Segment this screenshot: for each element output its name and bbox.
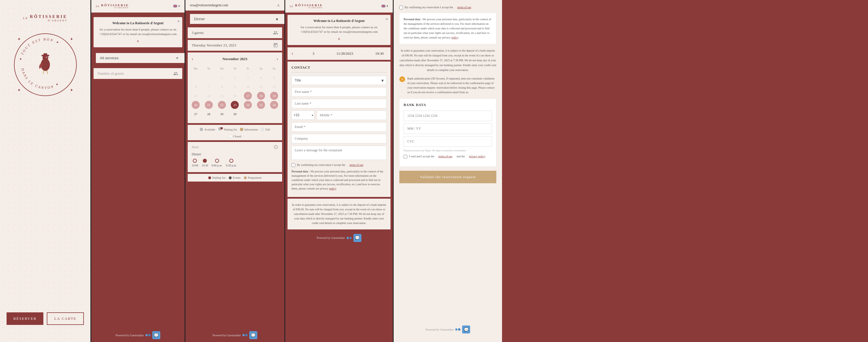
- cal-day-25[interactable]: 25: [257, 101, 265, 109]
- language-selector[interactable]: 🇬🇧 ▾: [173, 4, 180, 8]
- cal-day-19[interactable]: 19: [270, 92, 278, 100]
- legend-waiting-label: Waiting list: [224, 128, 237, 131]
- svg-point-5: [42, 55, 48, 61]
- bank-terms-link1[interactable]: terms of use: [457, 6, 471, 9]
- full-dot: [261, 128, 264, 131]
- email-field[interactable]: [291, 122, 386, 132]
- welcome-body: for a reservation for more than 6 people…: [98, 27, 178, 36]
- terms-checkbox[interactable]: [291, 163, 295, 167]
- info-close-button[interactable]: ✕: [177, 20, 180, 24]
- bank-privacy-link2[interactable]: privacy policy: [469, 155, 485, 158]
- country-code-dropdown[interactable]: +33: [291, 111, 314, 120]
- timeslot-circle-1900: [193, 159, 197, 163]
- bank-terms-checkbox[interactable]: [399, 6, 403, 9]
- legend-full: Full: [261, 127, 270, 132]
- panel-booking1: LA RÔTISSERIE D'ARGENT 🇬🇧 ▾ ✕ Welcome to…: [91, 0, 185, 342]
- booking1-header: LA RÔTISSERIE D'ARGENT 🇬🇧 ▾: [91, 0, 185, 12]
- cal-day-22[interactable]: 22: [218, 101, 226, 109]
- chevron-down-icon: ▾: [178, 4, 180, 8]
- timeslot-1900[interactable]: 19:00: [192, 159, 198, 167]
- powered-by-4: Powered by Guestonline 💬: [399, 322, 496, 336]
- expiry-field[interactable]: [404, 124, 492, 134]
- welcome-info-box: ✕ Welcome to La Rotisserie d'Argent for …: [94, 17, 182, 47]
- services-dropdown[interactable]: All services: [96, 53, 185, 63]
- contact-welcome-title: Welcome to La Rotisserie d'Argent: [292, 19, 386, 23]
- calendar-icon: [273, 43, 278, 48]
- cal-day: 13: [192, 92, 200, 100]
- bank-guarantee-section: In order to guarantee your reservation, …: [399, 48, 496, 72]
- bank-personal-data-box: Personal data : We process your personal…: [399, 13, 496, 44]
- panel-landing: LA RÔTISSERIE D'ARGENT ✦ TOUT EST BON ✦ …: [0, 0, 91, 342]
- hour-label-row: Hour: [192, 145, 278, 149]
- timeslot-2130[interactable]: 9:30 p.m.: [226, 159, 237, 167]
- collapse-icon[interactable]: ∧: [136, 39, 139, 43]
- personal-data-section: Personal data : We process your personal…: [291, 169, 386, 191]
- cal-header-tu: Tu: [205, 64, 213, 72]
- terms-text: By confirming my reservation I accept th…: [297, 163, 345, 166]
- cal-next-button[interactable]: ›: [277, 57, 278, 62]
- cal-day-21[interactable]: 21: [205, 101, 213, 109]
- email-display: resa@rotisseriedargent.com: [190, 3, 228, 7]
- dinner-title: Dinner: [192, 152, 278, 157]
- timeslot-2100[interactable]: 9:00 p.m.: [212, 159, 222, 167]
- email-close-icon[interactable]: ∧: [277, 3, 280, 8]
- cal-day-27[interactable]: 27: [192, 110, 200, 118]
- cal-day-28[interactable]: 28: [205, 110, 213, 118]
- card-number-field[interactable]: [404, 111, 492, 121]
- company-field[interactable]: [291, 134, 386, 143]
- last-name-field[interactable]: [291, 99, 386, 108]
- contact-collapse-icon[interactable]: ∧: [338, 37, 340, 41]
- first-name-field[interactable]: [291, 87, 386, 97]
- timeslot-label-1930: 19:30: [202, 164, 208, 167]
- title-dropdown[interactable]: Title: [291, 76, 386, 85]
- cal-header-th: Th: [231, 64, 239, 72]
- calendar-service-dropdown[interactable]: Dinner: [190, 14, 284, 24]
- bottom-events-dot: [229, 176, 231, 179]
- chat-button-3[interactable]: 💬: [353, 234, 362, 242]
- cal-day: 2: [231, 73, 239, 81]
- cvc-field[interactable]: [404, 136, 492, 147]
- contact-info-close[interactable]: ✕: [385, 17, 388, 22]
- carte-button[interactable]: LA CARTE: [47, 312, 84, 325]
- cal-prev-button[interactable]: ‹: [192, 57, 193, 62]
- booking1-logo: LA RÔTISSERIE D'ARGENT: [96, 3, 129, 9]
- cal-day-30[interactable]: 30: [231, 110, 239, 118]
- cal-day-24[interactable]: 24: [244, 101, 252, 109]
- svg-line-9: [43, 70, 44, 74]
- chat-button-2[interactable]: 💬: [249, 331, 257, 339]
- res-date: 11/28/2023: [334, 50, 356, 57]
- res-prev-button[interactable]: ‹: [291, 50, 293, 57]
- panel-calendar: resa@rotisseriedargent.com ∧ Dinner ▾ 3 …: [185, 0, 285, 342]
- bank-accept-checkbox[interactable]: [404, 155, 407, 159]
- calendar-guests-row[interactable]: 3 guests: [188, 27, 282, 38]
- timeslot-label-2100: 9:00 p.m.: [212, 164, 222, 167]
- cal-day-20[interactable]: 20: [192, 101, 200, 109]
- bank-privacy-link[interactable]: policy: [451, 36, 458, 39]
- guests-placeholder: Number of guests: [98, 71, 124, 76]
- closed-dot: [229, 135, 232, 138]
- terms-link[interactable]: terms of use: [349, 163, 363, 166]
- timeslot-1930[interactable]: 19:30: [202, 159, 208, 167]
- chat-button[interactable]: 💬: [152, 331, 160, 339]
- reserver-button[interactable]: RÉSERVER: [6, 312, 43, 325]
- legend-available-label: Available: [204, 128, 215, 131]
- legend-information: Information: [240, 127, 258, 132]
- cal-header-su: Su: [270, 64, 278, 72]
- cal-day: 6: [192, 83, 200, 91]
- cal-day-29[interactable]: 29: [218, 110, 226, 118]
- cal-day-26[interactable]: 26: [270, 101, 278, 109]
- privacy-link[interactable]: policy: [329, 187, 336, 190]
- message-field[interactable]: [291, 146, 386, 160]
- cal-day-23[interactable]: 23: [231, 101, 239, 109]
- validate-button[interactable]: Validate the reservation request: [399, 171, 496, 183]
- bank-terms-text: By confirming my reservation I accept th…: [405, 6, 453, 9]
- contact-language-selector[interactable]: 🇬🇧 ▾: [381, 4, 388, 8]
- date-field-row[interactable]: Thursday November 23, 2023: [188, 40, 282, 51]
- chat-button-4[interactable]: 💬: [462, 326, 470, 334]
- cal-day-18[interactable]: 18: [257, 92, 265, 100]
- mobile-field[interactable]: [317, 111, 386, 120]
- guests-input-row[interactable]: Number of guests: [94, 68, 182, 79]
- bank-terms-link2[interactable]: terms of use: [438, 155, 453, 158]
- cal-day-17[interactable]: 17: [244, 92, 252, 100]
- title-field-container: Title ▾: [291, 76, 386, 85]
